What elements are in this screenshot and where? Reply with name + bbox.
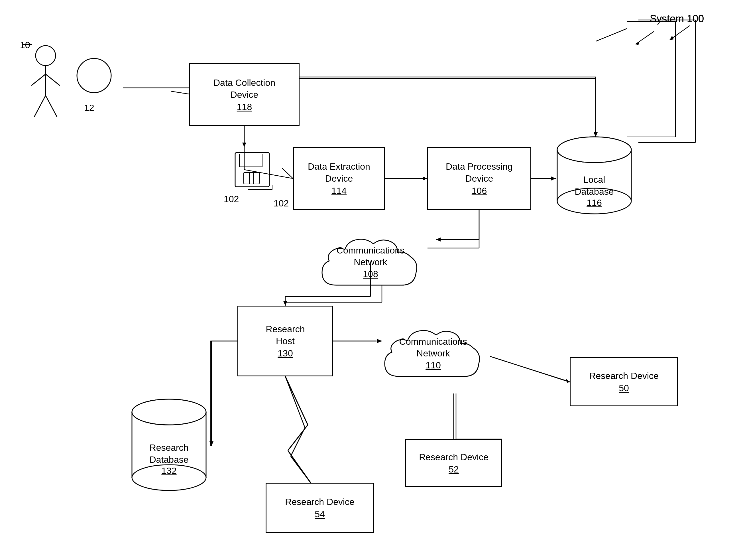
research-device-54-label: Research Device — [285, 496, 354, 508]
data-extraction-label: Data ExtractionDevice — [308, 161, 370, 184]
local-database-label: LocalDatabase — [575, 174, 614, 198]
svg-line-27 — [285, 376, 305, 428]
research-device-54-box: Research Device 54 — [266, 483, 374, 533]
svg-marker-17 — [283, 301, 287, 306]
svg-line-83 — [288, 450, 311, 483]
person-arrow — [23, 42, 35, 49]
research-host-label: ResearchHost — [266, 323, 305, 347]
research-database-shape: ResearchDatabase 132 — [128, 393, 210, 496]
svg-line-79 — [490, 357, 570, 382]
svg-line-81 — [285, 376, 308, 425]
research-device-52-id: 52 — [449, 464, 459, 475]
comm-network-108-label: CommunicationsNetwork 108 — [337, 245, 404, 280]
svg-rect-48 — [249, 173, 254, 184]
comm-network-110-id: 110 — [425, 360, 441, 370]
svg-line-39 — [46, 74, 60, 85]
svg-point-58 — [132, 399, 206, 425]
svg-line-62 — [635, 32, 654, 44]
research-database-label: ResearchDatabase — [150, 442, 189, 465]
data-extraction-device-box: Data ExtractionDevice 114 — [293, 147, 385, 210]
svg-line-30 — [282, 168, 293, 179]
svg-marker-24 — [566, 379, 570, 383]
data-collection-id: 118 — [237, 102, 252, 112]
data-processing-id: 106 — [472, 186, 487, 196]
data-processing-label: Data ProcessingDevice — [446, 161, 513, 184]
svg-line-29 — [291, 456, 311, 483]
svg-marker-43 — [29, 43, 32, 46]
svg-point-53 — [557, 137, 631, 163]
research-device-50-box: Research Device 50 — [570, 357, 678, 406]
svg-marker-8 — [423, 177, 427, 181]
svg-line-1 — [171, 91, 189, 94]
research-device-50-id: 50 — [619, 383, 629, 393]
system-arrow — [664, 23, 698, 46]
research-database-id: 132 — [150, 465, 189, 476]
comm-network-110-label: CommunicationsNetwork 110 — [399, 336, 467, 372]
svg-rect-45 — [235, 152, 269, 187]
research-device-50-label: Research Device — [589, 370, 659, 382]
floppy-ref-label: 102 — [224, 194, 239, 204]
data-collection-device-box: Data CollectionDevice 118 — [189, 63, 299, 126]
data-collection-label: Data CollectionDevice — [213, 77, 275, 101]
svg-line-38 — [31, 74, 46, 85]
floppy-102-label: 102 — [274, 198, 289, 209]
local-database-id: 116 — [575, 198, 614, 208]
research-device-52-label: Research Device — [419, 451, 488, 463]
research-device-54-id: 54 — [315, 509, 325, 519]
svg-marker-13 — [436, 238, 441, 242]
svg-line-82 — [288, 425, 308, 450]
svg-rect-46 — [240, 154, 262, 167]
floppy-disk-figure — [234, 151, 271, 188]
svg-rect-47 — [244, 173, 259, 184]
comm-network-110-shape: CommunicationsNetwork 110 — [376, 314, 490, 393]
svg-line-0 — [596, 28, 627, 41]
svg-point-36 — [36, 46, 56, 66]
svg-line-40 — [34, 96, 46, 117]
comm-network-108-id: 108 — [363, 269, 378, 279]
svg-line-23 — [490, 357, 570, 382]
person-figure — [23, 43, 68, 123]
svg-marker-63 — [635, 41, 639, 45]
research-host-id: 130 — [278, 348, 293, 359]
svg-line-28 — [291, 428, 305, 456]
sensor-ref-label: 12 — [84, 103, 94, 113]
local-database-shape: LocalDatabase 116 — [553, 131, 635, 220]
comm-network-108-shape: CommunicationsNetwork 108 — [314, 223, 427, 302]
diagram: System 100 System 100 10 12 Data Collect… — [0, 0, 741, 560]
data-extraction-id: 114 — [331, 186, 347, 196]
research-device-52-box: Research Device 52 — [405, 439, 502, 487]
svg-point-44 — [77, 58, 111, 93]
research-host-box: ResearchHost 130 — [238, 306, 333, 376]
sensor-figure — [74, 56, 114, 96]
svg-line-41 — [46, 96, 57, 117]
svg-marker-3 — [242, 142, 246, 147]
data-processing-device-box: Data ProcessingDevice 106 — [427, 147, 531, 210]
